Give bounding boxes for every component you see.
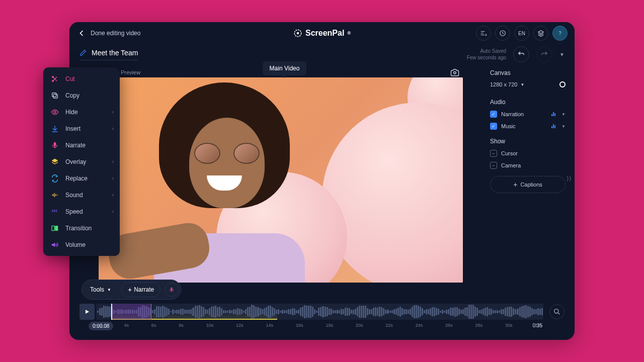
audio-level-icon xyxy=(551,112,555,116)
total-time-label: 0:35 xyxy=(533,323,542,328)
volume-icon xyxy=(50,240,59,249)
chevron-right-icon: › xyxy=(112,126,114,131)
app-window: Done editing video ScreenPal® EN ? Meet … xyxy=(69,22,575,340)
snapshot-button[interactable] xyxy=(450,68,459,77)
svg-point-10 xyxy=(54,111,56,113)
layers-icon xyxy=(537,30,544,37)
topbar: Done editing video ScreenPal® EN ? xyxy=(69,22,575,44)
project-title[interactable]: Meet the Team xyxy=(79,49,138,60)
menu-item-volume[interactable]: Volume xyxy=(43,236,120,253)
undo-icon xyxy=(517,50,525,58)
show-cursor-row[interactable]: − Cursor xyxy=(490,150,566,157)
timeline-selection[interactable] xyxy=(111,304,151,320)
camera-toggle[interactable]: − xyxy=(490,162,497,169)
queue-button[interactable] xyxy=(476,26,491,41)
add-captions-button[interactable]: + Captions xyxy=(490,176,566,193)
topbar-actions: EN ? xyxy=(476,26,568,41)
timeline-area: Tools▼ +Narrate 0:00.08 2s4s6s8s10s12s14… xyxy=(79,280,565,340)
mic-button[interactable] xyxy=(165,283,179,297)
menu-item-overlay[interactable]: Overlay› xyxy=(43,153,120,170)
narrate-button[interactable]: +Narrate xyxy=(121,282,160,297)
menu-item-transition[interactable]: Transition xyxy=(43,220,120,236)
plus-icon: + xyxy=(128,286,132,294)
sound-icon xyxy=(50,191,59,200)
playhead[interactable] xyxy=(111,304,112,320)
menu-item-copy[interactable]: Copy xyxy=(43,87,120,104)
speed-icon xyxy=(50,207,59,216)
tools-dropdown[interactable]: Tools▼ xyxy=(84,283,117,296)
plus-icon: + xyxy=(513,180,517,189)
back-button[interactable]: Done editing video xyxy=(76,28,140,38)
play-button[interactable] xyxy=(79,304,95,320)
menu-item-hide[interactable]: Hide› xyxy=(43,104,120,120)
menu-item-replace[interactable]: Replace› xyxy=(43,170,120,187)
done-editing-label: Done editing video xyxy=(91,30,140,37)
svg-rect-13 xyxy=(55,226,58,230)
timeline-track[interactable] xyxy=(96,304,543,320)
waveform xyxy=(96,304,543,320)
canvas-size-selector[interactable]: 644 x 362 ▼ xyxy=(490,81,566,87)
chevron-down-icon: ▼ xyxy=(520,82,524,87)
svg-rect-8 xyxy=(53,94,57,98)
preview-label: Preview xyxy=(121,69,140,75)
show-heading: Show xyxy=(490,138,566,145)
svg-rect-12 xyxy=(52,226,54,230)
canvas-heading: Canvas xyxy=(490,69,566,76)
svg-point-6 xyxy=(52,76,53,77)
zoom-button[interactable] xyxy=(549,304,565,319)
mic-icon xyxy=(169,287,175,293)
chevron-right-icon: › xyxy=(112,209,114,214)
undo-button[interactable] xyxy=(513,46,529,62)
video-preview[interactable] xyxy=(99,77,463,283)
back-arrow-icon xyxy=(76,28,87,38)
logo-icon xyxy=(293,29,302,38)
redo-button[interactable] xyxy=(536,46,552,62)
edit-icon xyxy=(79,49,87,56)
svg-point-1 xyxy=(297,32,299,35)
title-right-controls: Auto Saved Few seconds ago ▼ xyxy=(467,46,565,62)
redo-icon xyxy=(540,50,548,58)
timeline-controls: Tools▼ +Narrate xyxy=(82,280,181,300)
insert-icon xyxy=(50,124,59,133)
canvas-color-button[interactable] xyxy=(559,81,566,87)
audio-narration-row[interactable]: ✓ Narration ▼ xyxy=(490,111,566,118)
language-button[interactable]: EN xyxy=(514,26,529,41)
time-ruler: 2s4s6s8s10s12s14s16s18s20s22s24s26s28s30… xyxy=(97,323,542,328)
hide-icon xyxy=(50,108,59,117)
show-camera-row[interactable]: − Camera xyxy=(490,162,566,169)
autosave-status: Auto Saved Few seconds ago xyxy=(467,48,506,61)
history-button[interactable] xyxy=(495,26,510,41)
brand-logo: ScreenPal® xyxy=(293,29,351,38)
timeline-track-row xyxy=(79,303,565,321)
collapse-panel-button[interactable]: ⟩⟩ xyxy=(567,175,572,182)
chevron-right-icon: › xyxy=(112,109,114,115)
history-dropdown[interactable]: ▼ xyxy=(559,52,565,57)
chevron-down-icon: ▼ xyxy=(107,288,111,292)
help-button[interactable]: ? xyxy=(552,26,568,41)
chevron-right-icon: › xyxy=(112,159,114,164)
audio-music-row[interactable]: ✓ Music ▼ xyxy=(490,123,566,130)
svg-point-7 xyxy=(52,80,53,81)
menu-item-speed[interactable]: Speed› xyxy=(43,203,120,220)
svg-rect-11 xyxy=(54,142,56,146)
cursor-toggle[interactable]: − xyxy=(490,150,497,157)
properties-panel: Canvas 644 x 362 ▼ Audio ✓ Narration ▼ … xyxy=(490,69,566,193)
menu-item-narrate[interactable]: Narrate xyxy=(43,137,120,153)
overlay-label-tooltip: Main Video xyxy=(263,61,307,75)
transition-icon xyxy=(50,224,59,233)
cut-icon xyxy=(50,74,59,83)
narration-checkbox[interactable]: ✓ xyxy=(490,111,497,118)
chevron-right-icon: › xyxy=(112,175,114,181)
menu-item-cut[interactable]: Cut xyxy=(43,70,120,87)
menu-item-insert[interactable]: Insert› xyxy=(43,120,120,137)
audio-heading: Audio xyxy=(490,99,566,106)
title-row: Meet the Team Auto Saved Few seconds ago… xyxy=(69,44,575,64)
music-checkbox[interactable]: ✓ xyxy=(490,123,497,130)
chevron-down-icon[interactable]: ▼ xyxy=(561,124,566,129)
menu-item-sound[interactable]: Sound› xyxy=(43,187,120,203)
chevron-down-icon[interactable]: ▼ xyxy=(561,112,566,117)
svg-point-3 xyxy=(454,72,456,74)
mic-icon xyxy=(50,141,59,150)
project-title-text: Meet the Team xyxy=(92,49,138,57)
layers-button[interactable] xyxy=(533,26,548,41)
